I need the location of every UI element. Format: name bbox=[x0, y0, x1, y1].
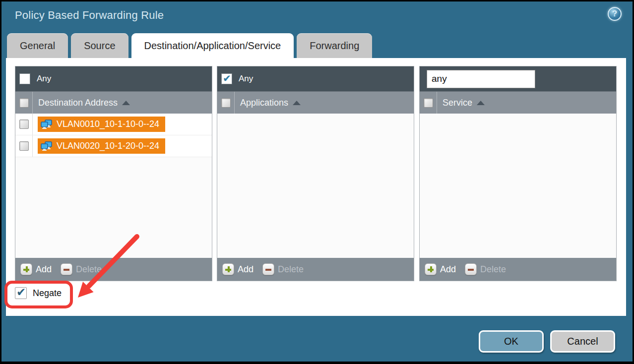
delete-label: Delete bbox=[278, 264, 304, 275]
service-rows bbox=[420, 114, 616, 258]
service-any-dropdown[interactable]: any bbox=[427, 70, 535, 88]
plus-icon bbox=[425, 263, 437, 275]
sort-asc-icon bbox=[122, 101, 130, 105]
tab-destination-application-service[interactable]: Destination/Application/Service bbox=[131, 33, 294, 58]
applications-any-bar: Any bbox=[217, 66, 414, 91]
sort-asc-icon bbox=[293, 101, 301, 105]
tab-forwarding[interactable]: Forwarding bbox=[297, 33, 372, 58]
address-object-name: VLAN0020_10-1-20-0--24 bbox=[57, 141, 159, 151]
service-actions-bar: Add Delete bbox=[420, 258, 616, 281]
ok-button[interactable]: OK bbox=[479, 330, 544, 353]
header-checkbox-cell bbox=[217, 92, 235, 114]
delete-label: Delete bbox=[480, 264, 506, 275]
add-label: Add bbox=[238, 264, 254, 275]
tab-source[interactable]: Source bbox=[71, 33, 128, 58]
tab-destination-label: Destination/Application/Service bbox=[144, 40, 281, 52]
destination-any-checkbox[interactable] bbox=[19, 73, 30, 84]
applications-selectall-checkbox[interactable] bbox=[221, 98, 231, 108]
service-panel: any Service Add bbox=[419, 66, 617, 281]
service-selectall-checkbox[interactable] bbox=[424, 98, 433, 108]
add-button[interactable]: Add bbox=[20, 263, 52, 275]
tab-general-label: General bbox=[20, 40, 55, 52]
destination-any-bar: Any bbox=[15, 66, 212, 91]
address-object-chip[interactable]: VLAN0020_10-1-20-0--24 bbox=[38, 138, 165, 154]
table-row[interactable]: VLAN0010_10-1-10-0--24 bbox=[15, 114, 212, 135]
cancel-button[interactable]: Cancel bbox=[550, 330, 615, 353]
service-any-bar: any bbox=[420, 66, 616, 91]
negate-label: Negate bbox=[33, 288, 62, 299]
policy-forwarding-dialog: Policy Based Forwarding Rule ? General S… bbox=[1, 1, 633, 362]
row-checkbox[interactable] bbox=[19, 141, 29, 151]
destination-column-header[interactable]: Destination Address bbox=[15, 91, 212, 114]
screenshot-frame: Policy Based Forwarding Rule ? General S… bbox=[0, 0, 634, 364]
add-button[interactable]: Add bbox=[222, 263, 254, 275]
minus-icon bbox=[262, 263, 274, 275]
applications-actions-bar: Add Delete bbox=[217, 258, 414, 281]
destination-any-label: Any bbox=[37, 74, 51, 84]
minus-icon bbox=[465, 263, 477, 275]
tab-general[interactable]: General bbox=[7, 33, 68, 58]
delete-label: Delete bbox=[76, 264, 102, 275]
delete-button[interactable]: Delete bbox=[465, 263, 506, 275]
applications-any-label: Any bbox=[239, 74, 253, 84]
service-dropdown-value: any bbox=[427, 70, 535, 88]
network-icon bbox=[41, 141, 53, 151]
address-object-name: VLAN0010_10-1-10-0--24 bbox=[57, 119, 159, 129]
applications-panel: Any Applications Add Delete bbox=[217, 66, 414, 281]
plus-icon bbox=[222, 263, 234, 275]
destination-column-label: Destination Address bbox=[38, 98, 118, 108]
destination-actions-bar: Add Delete bbox=[15, 258, 212, 281]
dialog-title: Policy Based Forwarding Rule bbox=[15, 9, 164, 22]
negate-control: Negate bbox=[15, 287, 62, 299]
header-checkbox-cell bbox=[15, 92, 33, 114]
add-label: Add bbox=[440, 264, 456, 275]
tab-forwarding-label: Forwarding bbox=[310, 40, 359, 52]
service-column-label: Service bbox=[443, 98, 472, 108]
delete-button[interactable]: Delete bbox=[262, 263, 304, 275]
destination-selectall-checkbox[interactable] bbox=[19, 98, 29, 108]
row-checkbox[interactable] bbox=[19, 120, 29, 129]
sort-asc-icon bbox=[477, 101, 485, 105]
negate-checkbox[interactable] bbox=[15, 287, 27, 299]
add-button[interactable]: Add bbox=[425, 263, 456, 275]
header-checkbox-cell bbox=[420, 92, 437, 114]
applications-column-header[interactable]: Applications bbox=[217, 91, 414, 114]
row-checkbox-cell bbox=[15, 135, 33, 157]
table-row[interactable]: VLAN0020_10-1-20-0--24 bbox=[15, 135, 212, 157]
network-icon bbox=[41, 120, 53, 129]
applications-column-label: Applications bbox=[240, 98, 288, 108]
destination-rows: VLAN0010_10-1-10-0--24 bbox=[15, 114, 212, 258]
applications-rows bbox=[217, 114, 414, 258]
destination-address-panel: Any Destination Address bbox=[15, 66, 212, 281]
applications-any-checkbox[interactable] bbox=[221, 73, 232, 84]
row-checkbox-cell bbox=[15, 114, 33, 135]
help-icon[interactable]: ? bbox=[608, 7, 622, 21]
address-object-chip[interactable]: VLAN0010_10-1-10-0--24 bbox=[38, 117, 165, 132]
delete-button[interactable]: Delete bbox=[61, 263, 102, 275]
tab-content-area: Any Destination Address bbox=[6, 58, 626, 316]
service-column-header[interactable]: Service bbox=[420, 91, 616, 114]
minus-icon bbox=[61, 263, 72, 275]
tab-source-label: Source bbox=[84, 40, 115, 52]
tab-bar: General Source Destination/Application/S… bbox=[7, 33, 372, 58]
add-label: Add bbox=[36, 264, 52, 275]
plus-icon bbox=[20, 263, 32, 275]
